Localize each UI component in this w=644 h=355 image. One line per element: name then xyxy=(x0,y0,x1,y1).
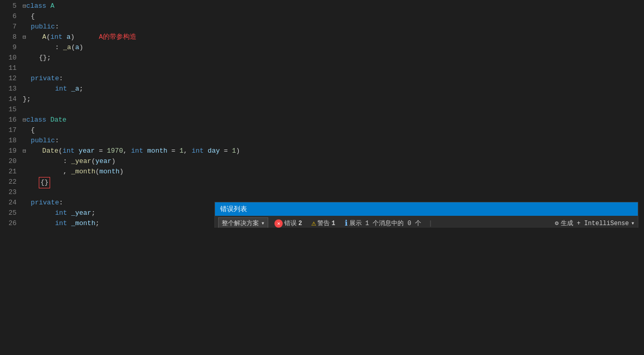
chevron-down-icon: ▾ xyxy=(261,219,265,227)
line-numbers: 5 6 7 8 9 10 11 12 13 14 15 16 17 18 19 … xyxy=(0,0,21,228)
warning-triangle-icon: ⚠ xyxy=(311,218,316,228)
code-line-11 xyxy=(23,63,644,73)
filter-dropdown[interactable]: 整个解决方案 ▾ xyxy=(218,217,268,228)
code-line-15 xyxy=(23,105,644,115)
dropdown-arrow: ▾ xyxy=(631,219,635,227)
code-line-21: , _month(month) xyxy=(23,167,644,177)
filter-icon: ⚙ xyxy=(555,219,559,227)
code-line-10: {}; xyxy=(23,53,644,63)
info-filter-btn[interactable]: ℹ 展示 1 个消息中的 0 个 xyxy=(342,217,424,228)
error-circle-icon: ✕ xyxy=(274,219,283,228)
code-line-13: int _a; xyxy=(23,84,644,94)
code-line-23 xyxy=(23,187,644,198)
code-line-14: }; xyxy=(23,94,644,105)
generate-intellisense-btn[interactable]: ⚙ 生成 + IntelliSense ▾ xyxy=(555,219,635,228)
code-line-5: ⊟class A xyxy=(23,1,644,11)
error-panel-title: 错误列表 xyxy=(215,202,638,216)
code-line-19: ⊟ Date(int year = 1970, int month = 1, i… xyxy=(23,146,644,156)
warning-filter-btn[interactable]: ⚠ 警告 1 xyxy=(308,217,338,228)
code-line-16: ⊟class Date xyxy=(23,115,644,125)
code-content: ⊟class A { public: ⊟ A(int a) A的带参构造 : _… xyxy=(21,0,644,228)
code-line-22: {} xyxy=(23,177,644,187)
error-label: 错误 xyxy=(284,219,297,228)
error-filter-btn[interactable]: ✕ 错误 2 xyxy=(271,218,305,228)
code-line-18: public: xyxy=(23,136,644,146)
toolbar-separator: | xyxy=(428,219,433,227)
code-line-17: { xyxy=(23,125,644,136)
code-line-8: ⊟ A(int a) A的带参构造 xyxy=(23,32,644,42)
info-circle-icon: ℹ xyxy=(345,218,348,228)
warning-label: 警告 xyxy=(317,219,330,228)
code-line-20: : _year(year) xyxy=(23,156,644,167)
code-line-12: private: xyxy=(23,73,644,84)
error-panel: 错误列表 整个解决方案 ▾ ✕ 错误 2 ⚠ 警告 1 ℹ 展示 1 个消息中的… xyxy=(214,202,638,228)
code-line-7: public: xyxy=(23,22,644,32)
code-editor: 5 6 7 8 9 10 11 12 13 14 15 16 17 18 19 … xyxy=(0,0,644,228)
code-line-6: { xyxy=(23,11,644,22)
info-label: 展示 1 个消息中的 0 个 xyxy=(349,219,421,228)
error-panel-toolbar: 整个解决方案 ▾ ✕ 错误 2 ⚠ 警告 1 ℹ 展示 1 个消息中的 0 个 … xyxy=(215,216,638,228)
code-line-9: : _a(a) xyxy=(23,42,644,53)
